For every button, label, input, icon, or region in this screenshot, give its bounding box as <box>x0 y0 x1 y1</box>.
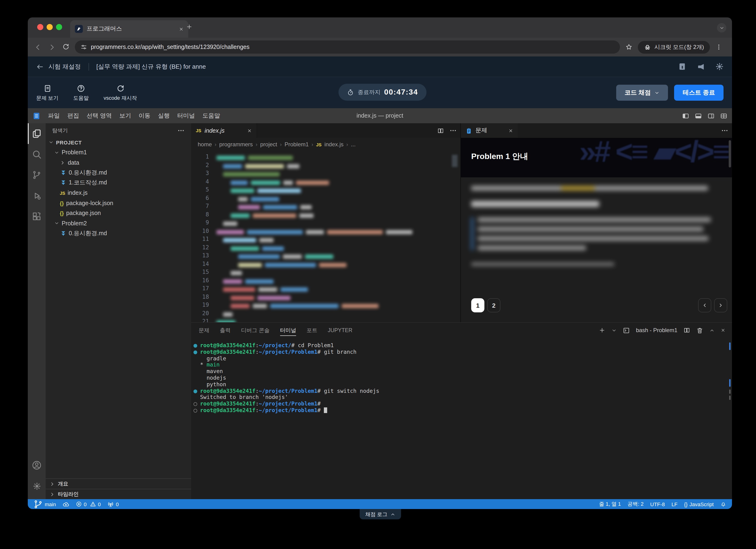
language-mode[interactable]: {} JavaScript <box>684 501 714 507</box>
cursor-position[interactable]: 줄 1, 열 1 <box>599 501 621 508</box>
guide-book-icon[interactable] <box>678 62 686 71</box>
panel-tab-문제[interactable]: 문제 <box>199 323 209 338</box>
tree-item-PROJECT[interactable]: PROJECT <box>46 137 191 148</box>
tree-item-package.json[interactable]: {}package.json <box>46 208 191 218</box>
panel-tab-출력[interactable]: 출력 <box>220 323 231 338</box>
new-terminal-icon[interactable] <box>599 327 605 333</box>
branch-indicator[interactable]: main <box>33 499 56 509</box>
toggle-secondary-sidebar-icon[interactable] <box>708 112 715 119</box>
next-page-button[interactable] <box>714 298 727 312</box>
help-button[interactable]: 도움말 <box>71 84 91 101</box>
settings-gear-icon[interactable] <box>716 62 724 71</box>
minimize-window-button[interactable] <box>47 24 53 30</box>
tree-item-1.코드작성.md[interactable]: 1.코드작성.md <box>46 178 191 188</box>
source-control-activity-icon[interactable] <box>28 165 46 185</box>
zoom-window-button[interactable] <box>56 24 62 30</box>
address-bar[interactable]: programmers.co.kr/app/with_setting/tests… <box>75 40 620 54</box>
menu-실행[interactable]: 실행 <box>154 110 173 121</box>
ports-indicator[interactable]: 0 <box>107 501 119 507</box>
notifications-bell[interactable] <box>720 501 726 507</box>
page-button-2[interactable]: 2 <box>487 298 500 312</box>
panel-tab-디버그 콘솔[interactable]: 디버그 콘솔 <box>241 323 269 338</box>
menu-터미널[interactable]: 터미널 <box>173 110 199 121</box>
tree-item-Problem2[interactable]: Problem2 <box>46 218 191 229</box>
problem-tab-close-icon[interactable] <box>508 128 513 133</box>
menu-파일[interactable]: 파일 <box>44 110 64 121</box>
split-terminal-icon[interactable] <box>684 327 690 333</box>
tree-item-0.응시환경.md[interactable]: 0.응시환경.md <box>46 168 191 178</box>
problems-indicator[interactable]: 0 0 <box>76 501 101 507</box>
explorer-activity-icon[interactable] <box>28 123 46 144</box>
sync-indicator[interactable] <box>63 501 69 507</box>
tree-item-Problem1[interactable]: Problem1 <box>46 148 191 158</box>
breadcrumb-Problem1[interactable]: Problem1 <box>285 141 309 148</box>
bookmark-star-icon[interactable] <box>624 43 634 51</box>
problem-tab[interactable]: 문제 <box>461 123 518 138</box>
breadcrumb[interactable]: home›programmers›project›Problem1›JSinde… <box>191 138 460 151</box>
editor-tab-indexjs[interactable]: JS index.js <box>191 123 257 138</box>
split-editor-icon[interactable] <box>437 127 444 134</box>
page-button-1[interactable]: 1 <box>471 298 484 312</box>
reload-button[interactable] <box>61 43 71 51</box>
menu-선택 영역[interactable]: 선택 영역 <box>83 110 116 121</box>
menu-이동[interactable]: 이동 <box>135 110 154 121</box>
editor-tab-close-icon[interactable] <box>247 128 252 133</box>
finish-test-button[interactable]: 테스트 종료 <box>674 85 724 101</box>
section-타임라인[interactable]: 타임라인 <box>46 489 191 499</box>
editor-more-actions[interactable] <box>450 127 457 134</box>
eol[interactable]: LF <box>672 501 678 507</box>
extensions-activity-icon[interactable] <box>28 206 46 227</box>
tree-item-index.js[interactable]: JSindex.js <box>46 188 191 198</box>
tree-item-0.응시환경.md[interactable]: 0.응시환경.md <box>46 229 191 239</box>
terminal-shell-label[interactable]: bash - Problem1 <box>636 327 677 333</box>
toggle-sidebar-icon[interactable] <box>682 112 689 119</box>
kill-terminal-icon[interactable] <box>696 327 703 334</box>
account-icon[interactable] <box>28 455 46 476</box>
panel-tab-포트[interactable]: 포트 <box>306 323 317 338</box>
section-개요[interactable]: 개요 <box>46 478 191 489</box>
browser-menu-button[interactable] <box>714 44 724 50</box>
restart-vscode-button[interactable]: vscode 재시작 <box>104 84 137 101</box>
tree-item-package-lock.json[interactable]: {}package-lock.json <box>46 198 191 208</box>
terminal[interactable]: root@9da3354e241f:~/project/# cd Problem… <box>191 338 728 499</box>
panel-tab-터미널[interactable]: 터미널 <box>280 323 296 338</box>
toggle-panel-icon[interactable] <box>695 112 702 119</box>
explorer-more-actions[interactable] <box>177 127 185 134</box>
tab-close-icon[interactable] <box>179 27 184 31</box>
indentation[interactable]: 공백: 2 <box>627 501 643 508</box>
breadcrumb-project[interactable]: project <box>260 141 277 148</box>
breadcrumb-index.js[interactable]: index.js <box>324 141 343 148</box>
new-tab-button[interactable] <box>186 24 193 30</box>
maximize-panel-icon[interactable] <box>709 328 715 333</box>
breadcrumb-programmers[interactable]: programmers <box>219 141 253 148</box>
run-debug-activity-icon[interactable] <box>28 185 46 206</box>
breadcrumb-home[interactable]: home <box>198 141 212 148</box>
forward-button[interactable] <box>47 43 57 51</box>
menu-도움말[interactable]: 도움말 <box>199 110 224 121</box>
test-reset-link[interactable]: 시험 재설정 <box>48 62 81 71</box>
panel-tab-JUPYTER[interactable]: JUPYTER <box>328 323 352 338</box>
breadcrumb-...[interactable]: ... <box>351 141 356 148</box>
close-window-button[interactable] <box>37 24 43 30</box>
problem-more-actions[interactable] <box>721 127 728 134</box>
code-editor[interactable]: 123456789101112131415161718192021 <box>191 151 460 322</box>
view-problem-button[interactable]: 문제 보기 <box>36 84 58 101</box>
back-arrow-icon[interactable] <box>36 63 44 70</box>
browser-tab[interactable]: 프로그래머스 <box>70 20 188 38</box>
grade-log-button[interactable]: 채점 로그 <box>360 509 401 519</box>
grade-code-button[interactable]: 코드 채점 <box>616 85 668 101</box>
menu-보기[interactable]: 보기 <box>116 110 135 121</box>
terminal-profile-chevron-icon[interactable] <box>611 328 617 333</box>
panel-scrollbar[interactable] <box>729 140 731 168</box>
customize-layout-icon[interactable] <box>720 112 727 119</box>
incognito-badge[interactable]: 시크릿 모드(창 2개) <box>638 41 710 53</box>
manage-gear-icon[interactable] <box>28 476 46 496</box>
encoding[interactable]: UTF-8 <box>650 501 665 507</box>
search-activity-icon[interactable] <box>28 144 46 165</box>
prev-page-button[interactable] <box>698 298 711 312</box>
menu-편집[interactable]: 편집 <box>64 110 83 121</box>
site-settings-icon[interactable] <box>80 44 87 50</box>
announcement-icon[interactable] <box>697 62 705 71</box>
tab-search-button[interactable] <box>717 23 726 32</box>
tree-item-data[interactable]: data <box>46 158 191 168</box>
